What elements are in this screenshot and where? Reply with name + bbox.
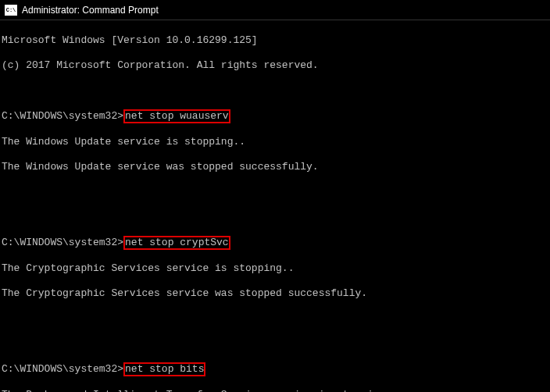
window-title: Administrator: Command Prompt [22, 5, 159, 16]
blank-line [2, 312, 548, 325]
terminal-output[interactable]: Microsoft Windows [Version 10.0.16299.12… [0, 20, 550, 392]
output-line: The Cryptographic Services service was s… [2, 287, 548, 300]
titlebar[interactable]: Administrator: Command Prompt [0, 0, 550, 20]
output-line: The Windows Update service was stopped s… [2, 161, 548, 173]
blank-line [2, 84, 548, 97]
blank-line [2, 186, 548, 198]
cmd-icon [5, 5, 17, 16]
blank-line [2, 211, 548, 223]
prompt: C:\WINDOWS\system32> [2, 110, 123, 122]
prompt-line: C:\WINDOWS\system32>net stop bits [2, 362, 548, 376]
output-line: The Background Intelligent Transfer Serv… [2, 389, 548, 392]
command-highlight: net stop cryptSvc [123, 236, 230, 250]
command-highlight: net stop bits [123, 362, 205, 376]
prompt: C:\WINDOWS\system32> [2, 363, 123, 375]
output-line: The Cryptographic Services service is st… [2, 262, 548, 275]
copyright-line: (c) 2017 Microsoft Corporation. All righ… [2, 59, 548, 72]
prompt: C:\WINDOWS\system32> [2, 237, 123, 248]
version-line: Microsoft Windows [Version 10.0.16299.12… [2, 34, 548, 47]
command-highlight: net stop wuauserv [123, 109, 230, 123]
prompt-line: C:\WINDOWS\system32>net stop cryptSvc [2, 236, 548, 250]
prompt-line: C:\WINDOWS\system32>net stop wuauserv [2, 109, 548, 123]
output-line: The Windows Update service is stopping.. [2, 136, 548, 148]
blank-line [2, 337, 548, 350]
